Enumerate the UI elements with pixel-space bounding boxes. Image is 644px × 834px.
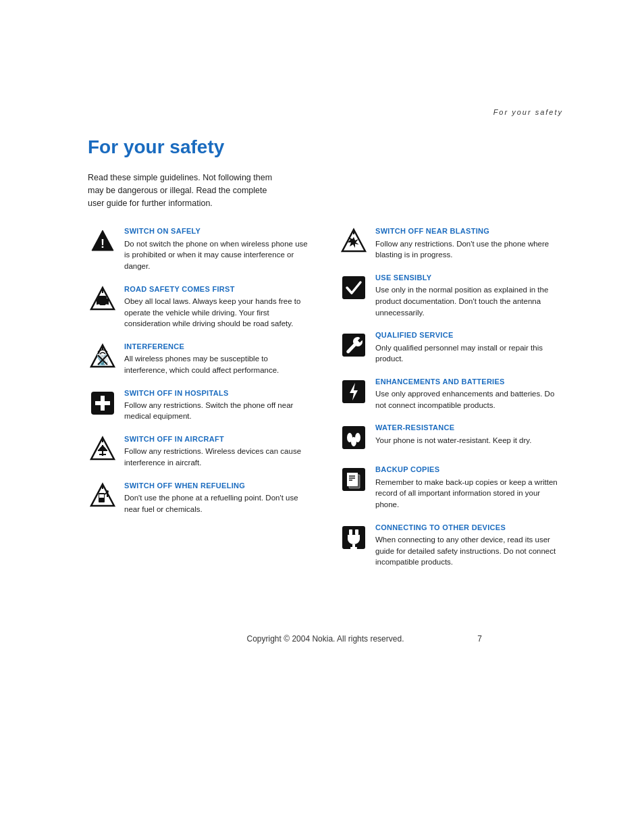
copyright-text: Copyright © 2004 Nokia. All rights reser… [88,621,563,644]
list-item: SWITCH OFF IN AIRCRAFT Follow any restri… [88,434,312,469]
hospital-text: SWITCH OFF IN HOSPITALS Follow any restr… [124,388,312,423]
water-resistance-desc: Your phone is not water-resistant. Keep … [375,435,563,446]
refueling-desc: Don't use the phone at a refuelling poin… [124,492,312,515]
svg-point-8 [105,304,109,307]
list-item: ! SWITCH ON SAFELY Do not switch the pho… [88,226,312,271]
svg-rect-46 [355,529,358,535]
interference-icon: 📡 [88,342,117,371]
backup-copies-desc: Remember to make back-up copies or keep … [375,477,563,511]
svg-point-25 [106,490,109,493]
fuel-icon [88,481,117,511]
use-sensibly-desc: Use only in the normal position as expla… [375,284,563,318]
water-icon [339,423,369,452]
refueling-text: SWITCH OFF WHEN REFUELING Don't use the … [124,481,312,515]
blasting-title: SWITCH OFF NEAR BLASTING [375,226,563,236]
list-item: QUALIFIED SERVICE Only qualified personn… [339,330,563,365]
backup-copies-text: BACKUP COPIES Remember to make back-up c… [375,465,563,510]
svg-rect-40 [347,473,358,486]
qualified-service-title: QUALIFIED SERVICE [375,330,563,340]
right-column: SWITCH OFF NEAR BLASTING Follow any rest… [339,226,563,580]
svg-rect-6 [98,296,107,301]
svg-point-36 [351,437,356,446]
connect-icon [339,523,369,552]
battery-icon [339,377,369,407]
switch-on-safely-text: SWITCH ON SAFELY Do not switch the phone… [124,226,312,271]
blasting-desc: Follow any restrictions. Don't use the p… [375,238,563,261]
interference-title: INTERFERENCE [124,342,312,351]
interference-text: INTERFERENCE All wireless phones may be … [124,342,312,376]
batteries-text: ENHANCEMENTS AND BATTERIES Use only appr… [375,377,563,411]
intro-text: Read these simple guidelines. Not follow… [88,172,277,209]
aircraft-text: SWITCH OFF IN AIRCRAFT Follow any restri… [124,434,312,469]
check-icon [339,273,369,303]
list-item: SWITCH OFF WHEN REFUELING Don't use the … [88,481,312,515]
road-safety-desc: Obey all local laws. Always keep your ha… [124,296,312,330]
refueling-title: SWITCH OFF WHEN REFUELING [124,481,312,490]
switch-on-safely-title: SWITCH ON SAFELY [124,226,312,236]
svg-point-7 [97,304,101,307]
backup-copies-title: BACKUP COPIES [375,465,563,474]
interference-desc: All wireless phones may be susceptible t… [124,353,312,375]
page: For your safety For your safety Read the… [0,0,644,834]
blasting-text: SWITCH OFF NEAR BLASTING Follow any rest… [375,226,563,261]
connecting-devices-text: CONNECTING TO OTHER DEVICES When connect… [375,523,563,568]
wrench-icon [339,330,369,360]
list-item: ROAD SAFETY COMES FIRST Obey all local l… [88,284,312,330]
list-item: USE SENSIBLY Use only in the normal posi… [339,273,563,318]
list-item: ENHANCEMENTS AND BATTERIES Use only appr… [339,377,563,411]
list-item: WATER-RESISTANCE Your phone is not water… [339,423,563,452]
qualified-service-desc: Only qualified personnel may install or … [375,342,563,365]
hospital-desc: Follow any restrictions. Switch the phon… [124,400,312,422]
backup-icon [339,465,369,494]
aircraft-desc: Follow any restrictions. Wireless device… [124,446,312,468]
svg-rect-48 [350,547,357,549]
svg-text:!: ! [101,237,105,251]
switch-on-safely-desc: Do not switch the phone on when wireless… [124,238,312,272]
hospital-icon [88,388,117,418]
road-safety-icon [88,284,117,314]
batteries-desc: Use only approved enhancements and batte… [375,388,563,411]
svg-rect-45 [349,529,352,535]
qualified-service-text: QUALIFIED SERVICE Only qualified personn… [375,330,563,365]
connecting-devices-title: CONNECTING TO OTHER DEVICES [375,523,563,532]
list-item: SWITCH OFF NEAR BLASTING Follow any rest… [339,226,563,261]
hospital-title: SWITCH OFF IN HOSPITALS [124,388,312,398]
header-section-title: For your safety [0,0,644,116]
use-sensibly-title: USE SENSIBLY [375,273,563,282]
list-item: BACKUP COPIES Remember to make back-up c… [339,465,563,510]
road-safety-title: ROAD SAFETY COMES FIRST [124,284,312,294]
list-item: CONNECTING TO OTHER DEVICES When connect… [339,523,563,568]
footer: Copyright © 2004 Nokia. All rights reser… [88,621,563,671]
svg-rect-29 [342,276,365,299]
svg-rect-17 [95,401,110,405]
blasting-icon [339,226,369,256]
page-title: For your safety [88,136,563,158]
list-item: SWITCH OFF IN HOSPITALS Follow any restr… [88,388,312,423]
warning-icon: ! [88,226,117,256]
road-safety-text: ROAD SAFETY COMES FIRST Obey all local l… [124,284,312,330]
water-resistance-text: WATER-RESISTANCE Your phone is not water… [375,423,563,446]
use-sensibly-text: USE SENSIBLY Use only in the normal posi… [375,273,563,318]
batteries-title: ENHANCEMENTS AND BATTERIES [375,377,563,386]
two-column-layout: ! SWITCH ON SAFELY Do not switch the pho… [88,226,563,580]
aircraft-icon [88,434,117,464]
page-number: 7 [477,634,482,644]
left-column: ! SWITCH ON SAFELY Do not switch the pho… [88,226,312,580]
water-resistance-title: WATER-RESISTANCE [375,423,563,432]
svg-rect-23 [99,494,104,498]
connecting-devices-desc: When connecting to any other device, rea… [375,534,563,568]
list-item: 📡 INTERFERENCE All wireless phones may b… [88,342,312,376]
aircraft-title: SWITCH OFF IN AIRCRAFT [124,434,312,444]
main-content: For your safety Read these simple guidel… [0,116,644,671]
